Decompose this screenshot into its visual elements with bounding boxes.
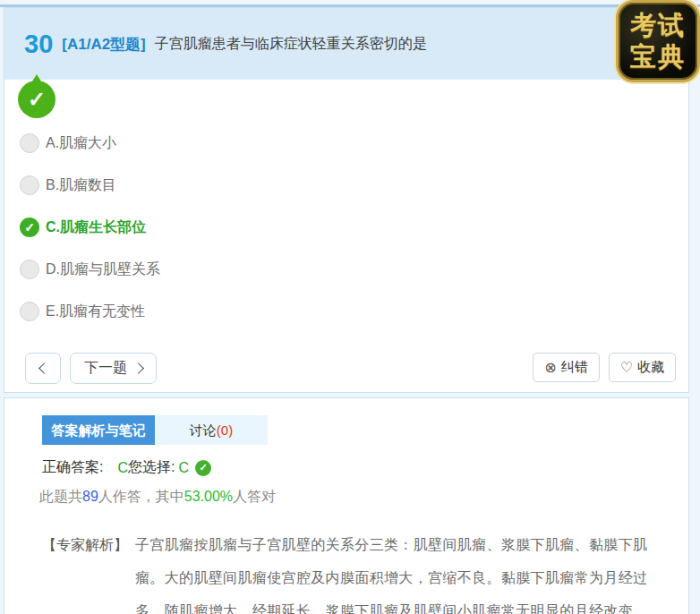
- next-question-button[interactable]: 下一题: [70, 353, 157, 384]
- option-e[interactable]: E.肌瘤有无变性: [20, 302, 160, 321]
- chevron-left-icon: [38, 362, 50, 374]
- correct-answer-value: C: [117, 460, 128, 476]
- expert-analysis-label: 【专家解析】: [42, 528, 128, 561]
- question-header: 30 [A1/A2型题] 子宫肌瘤患者与临床症状轻重关系密切的是: [4, 8, 688, 80]
- tab-answer-analysis[interactable]: 答案解析与笔记: [42, 415, 155, 445]
- discussion-count: (0): [217, 422, 233, 438]
- report-error-label: 纠错: [561, 359, 588, 376]
- favorite-label: 收藏: [637, 359, 664, 376]
- radio-unselected-icon[interactable]: [20, 260, 39, 279]
- option-d[interactable]: D.肌瘤与肌壁关系: [20, 260, 160, 279]
- action-buttons: ⊗ 纠错 ♡ 收藏: [533, 353, 676, 384]
- app-logo: 考试 宝典: [616, 0, 700, 82]
- next-question-label: 下一题: [84, 359, 127, 378]
- nav-buttons: 下一题: [25, 353, 157, 384]
- option-label[interactable]: B.肌瘤数目: [46, 176, 116, 195]
- question-type-tag: [A1/A2型题]: [62, 34, 146, 55]
- answer-result-line: 正确答案: C 您选择: C ✓: [42, 458, 688, 477]
- favorite-button[interactable]: ♡ 收藏: [609, 353, 676, 382]
- circle-x-icon: ⊗: [544, 361, 556, 375]
- chosen-answer-value: C: [178, 460, 189, 476]
- check-icon: ✓: [28, 87, 46, 112]
- radio-unselected-icon[interactable]: [20, 302, 39, 321]
- answered-badge-icon: ✓: [18, 81, 55, 118]
- question-number: 30: [24, 30, 53, 59]
- stats-percent: 53.00%: [184, 489, 233, 504]
- option-label[interactable]: D.肌瘤与肌壁关系: [46, 260, 160, 279]
- options-list: A.肌瘤大小 B.肌瘤数目 ✓ C.肌瘤生长部位 D.肌瘤与肌壁关系 E.肌瘤有…: [20, 133, 160, 344]
- analysis-panel: 答案解析与笔记 讨论(0) 正确答案: C 您选择: C ✓ 此题共89人作答，…: [4, 397, 689, 614]
- stats-prefix: 此题共: [39, 489, 82, 504]
- logo-line2: 宝典: [630, 41, 686, 72]
- option-b[interactable]: B.肌瘤数目: [20, 175, 160, 195]
- tab-discussion[interactable]: 讨论(0): [155, 415, 268, 445]
- chevron-right-icon: [132, 362, 144, 374]
- stats-middle: 人作答，其中: [98, 489, 184, 504]
- stats-suffix: 人答对: [233, 489, 276, 504]
- question-toolbar: 下一题 ⊗ 纠错 ♡ 收藏: [4, 353, 688, 384]
- correct-answer-label: 正确答案:: [42, 458, 103, 477]
- option-a[interactable]: A.肌瘤大小: [20, 133, 160, 153]
- question-text: 子宫肌瘤患者与临床症状轻重关系密切的是: [155, 35, 427, 54]
- option-label[interactable]: E.肌瘤有无变性: [46, 303, 145, 321]
- logo-line1: 考试: [630, 10, 686, 41]
- radio-selected-check-icon[interactable]: ✓: [20, 217, 39, 237]
- correct-check-icon: ✓: [195, 460, 211, 476]
- option-label[interactable]: A.肌瘤大小: [46, 134, 116, 153]
- expert-analysis-text: 子宫肌瘤按肌瘤与子宫肌壁的关系分三类：肌壁间肌瘤、浆膜下肌瘤、黏膜下肌瘤。大的肌…: [135, 528, 647, 614]
- stats-count: 89: [82, 489, 98, 504]
- option-label[interactable]: C.肌瘤生长部位: [46, 218, 146, 237]
- expert-analysis-block: 【专家解析】 子宫肌瘤按肌瘤与子宫肌壁的关系分三类：肌壁间肌瘤、浆膜下肌瘤、黏膜…: [42, 528, 647, 614]
- question-panel: 30 [A1/A2型题] 子宫肌瘤患者与临床症状轻重关系密切的是 ✓ A.肌瘤大…: [4, 7, 689, 393]
- analysis-tabs: 答案解析与笔记 讨论(0): [42, 415, 688, 445]
- previous-question-button[interactable]: [25, 353, 61, 384]
- tab-discussion-label: 讨论: [190, 422, 217, 438]
- radio-unselected-icon[interactable]: [20, 133, 39, 153]
- chosen-answer-label: 您选择:: [128, 458, 175, 477]
- radio-unselected-icon[interactable]: [20, 175, 39, 195]
- report-error-button[interactable]: ⊗ 纠错: [533, 353, 599, 382]
- heart-icon: ♡: [620, 361, 633, 375]
- option-c[interactable]: ✓ C.肌瘤生长部位: [20, 217, 160, 237]
- answer-stats-line: 此题共89人作答，其中53.00%人答对: [39, 488, 688, 507]
